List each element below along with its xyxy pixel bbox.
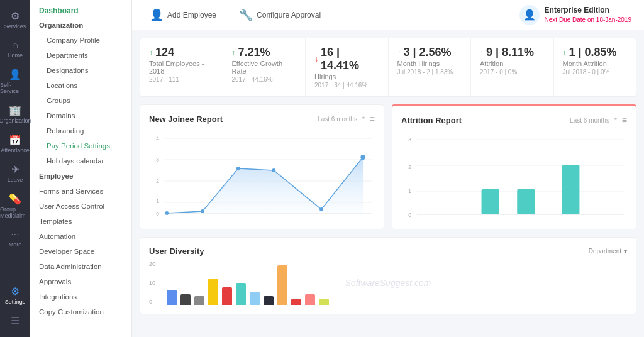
sidebar-item-settings[interactable]: ⚙ Settings [0, 280, 30, 310]
div-bar-2 [180, 294, 191, 306]
div-bar-4 [208, 279, 218, 305]
new-joinee-menu-icon[interactable]: ≡ [370, 114, 375, 124]
svg-text:2: 2 [408, 164, 411, 170]
stat-value-3: 3 | 2.56% [404, 46, 452, 59]
watermark: SoftwareSuggest.com [345, 278, 431, 288]
svg-point-10 [165, 211, 169, 215]
attendance-icon: 📅 [9, 134, 21, 146]
nav-forms-services[interactable]: Forms and Services [30, 184, 131, 199]
sidebar-item-services[interactable]: ⚙ Services [0, 5, 30, 35]
y-label-20: 20 [149, 261, 164, 267]
stat-arrow-0: ↑ [149, 48, 153, 57]
home-icon: ⌂ [12, 40, 18, 51]
svg-text:1: 1 [408, 188, 411, 194]
sidebar-item-attendance[interactable]: 📅 Attendance [0, 129, 30, 158]
nav-user-access[interactable]: User Access Control [30, 199, 131, 214]
enterprise-sub: Next Due Date on 18-Jan-2019 [545, 16, 631, 24]
nav-departments[interactable]: Departments [30, 48, 131, 63]
new-joinee-period: Last 6 months [318, 116, 357, 123]
nav-approvals[interactable]: Approvals [30, 274, 131, 289]
sidebar-item-selfservice[interactable]: 👤 Self-Service [0, 64, 30, 99]
nav-designations[interactable]: Designations [30, 63, 131, 78]
nav-company-profile[interactable]: Company Profile [30, 33, 131, 48]
sidebar-label-services: Services [4, 23, 26, 30]
svg-rect-32 [562, 165, 579, 214]
sidebar-item-more[interactable]: ··· More [0, 224, 30, 253]
configure-approval-label: Configure Approval [257, 11, 321, 19]
new-joinee-asterisk: * [362, 116, 365, 123]
div-bar-6 [236, 283, 246, 305]
svg-text:4: 4 [156, 135, 159, 141]
add-employee-icon: 👤 [150, 8, 164, 22]
nav-automation[interactable]: Automation [30, 229, 131, 244]
nav-employee[interactable]: Employee [30, 168, 131, 184]
diversity-filter[interactable]: Department ▾ [589, 248, 627, 255]
sidebar-label-home: Home [8, 52, 23, 58]
sidebar-label-settings: Settings [5, 299, 26, 305]
settings-icon: ⚙ [11, 285, 19, 297]
nav-templates[interactable]: Templates [30, 214, 131, 229]
svg-text:3: 3 [156, 157, 159, 163]
svg-rect-31 [517, 189, 535, 214]
main-content: 👤 Add Employee 🔧 Configure Approval 👤 En… [132, 0, 644, 337]
sidebar-item-leave[interactable]: ✈ Leave [0, 158, 30, 188]
nav-developer[interactable]: Developer Space [30, 244, 131, 259]
sidebar-label-more: More [9, 241, 22, 248]
stat-growth-rate: ↑ 7.21% Effective Growth Rate 2017 - 44.… [223, 38, 306, 96]
stat-value-4: 9 | 8.11% [486, 46, 534, 59]
y-label-0: 0 [149, 299, 164, 305]
div-bar-12 [319, 299, 329, 306]
sidebar-item-mediclaim[interactable]: 💊 Group Mediclaim [0, 188, 30, 224]
nav-holidays[interactable]: Holidays calendar [30, 153, 131, 168]
stats-row: ↑ 124 Total Employees - 2018 2017 - 111 … [140, 38, 636, 97]
svg-point-12 [236, 167, 240, 170]
stat-sub-3: Jul 2018 - 2 | 1.83% [397, 69, 462, 75]
stat-month-attrition: ↑ 1 | 0.85% Month Attrition Jul 2018 - 0… [554, 38, 636, 96]
nav-domains[interactable]: Domains [30, 108, 131, 123]
nav-dashboard-title[interactable]: Dashboard [30, 0, 131, 18]
nav-locations[interactable]: Locations [30, 78, 131, 93]
more-icon: ··· [11, 229, 19, 240]
nav-rebranding[interactable]: Rebranding [30, 123, 131, 138]
sidebar-label-leave: Leave [8, 177, 23, 183]
stat-sub-5: Jul 2018 - 0 | 0% [563, 69, 628, 75]
y-label-10: 10 [149, 280, 164, 286]
enterprise-name: Enterprise Edition [545, 6, 631, 16]
sidebar-item-menu[interactable]: ☰ [0, 310, 30, 332]
nav-groups[interactable]: Groups [30, 93, 131, 108]
enterprise-avatar: 👤 [519, 5, 540, 25]
nav-organization[interactable]: Organization [30, 18, 131, 33]
attrition-menu-icon[interactable]: ≡ [622, 115, 627, 125]
nav-panel: Dashboard Organization Company Profile D… [30, 0, 132, 337]
organization-icon: 🏢 [9, 104, 21, 116]
stat-month-hirings: ↑ 3 | 2.56% Month Hirings Jul 2018 - 2 |… [389, 38, 472, 96]
svg-point-15 [360, 155, 365, 160]
new-joinee-chart: New Joinee Report Last 6 months * ≡ 4 3 … [140, 104, 384, 229]
sidebar-item-home[interactable]: ⌂ Home [0, 35, 30, 64]
configure-approval-icon: 🔧 [239, 8, 253, 22]
add-employee-button[interactable]: 👤 Add Employee [145, 6, 221, 25]
configure-approval-button[interactable]: 🔧 Configure Approval [234, 6, 326, 25]
attrition-svg: 3 2 1 0 March April May Jun [401, 130, 627, 218]
add-employee-label: Add Employee [167, 11, 216, 19]
nav-data-admin[interactable]: Data Administration [30, 259, 131, 274]
sidebar-item-organization[interactable]: 🏢 Organization [0, 99, 30, 129]
stat-label-1: Effective Growth Rate [232, 60, 297, 75]
stat-label-2: Hirings [314, 73, 379, 80]
stat-arrow-1: ↑ [232, 48, 236, 57]
stat-sub-2: 2017 - 34 | 44.16% [314, 82, 379, 89]
sidebar-label-selfservice: Self-Service [0, 82, 30, 94]
nav-copy-custom[interactable]: Copy Customization [30, 304, 131, 319]
svg-text:2: 2 [156, 178, 159, 184]
stat-value-0: 124 [155, 46, 174, 59]
nav-integrations[interactable]: Integrations [30, 289, 131, 304]
div-bar-1 [167, 290, 177, 306]
svg-text:0: 0 [408, 212, 411, 218]
nav-pay-period[interactable]: Pay Period Settings [30, 138, 131, 153]
svg-point-11 [201, 209, 204, 213]
stat-sub-4: 2017 - 0 | 0% [480, 69, 545, 75]
stat-arrow-2: ↓ [314, 55, 318, 64]
new-joinee-svg: 4 3 2 1 0 [149, 129, 375, 217]
diversity-chevron-icon: ▾ [624, 248, 627, 255]
charts-row: New Joinee Report Last 6 months * ≡ 4 3 … [140, 104, 636, 229]
